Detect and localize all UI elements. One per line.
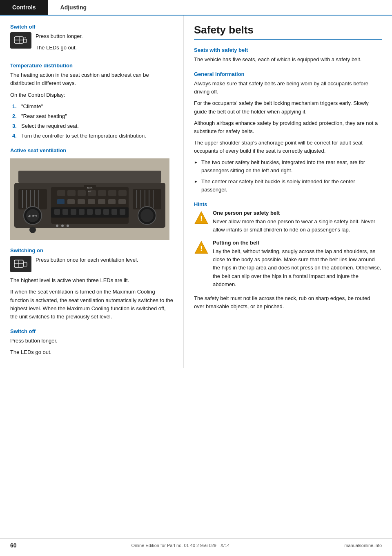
- temp-dist-body2: On the Control Display:: [10, 91, 173, 99]
- svg-rect-51: [95, 209, 101, 215]
- list-item: 3.Select the required seat.: [12, 122, 173, 130]
- svg-rect-8: [18, 171, 161, 183]
- switch-off-line2: The LEDs go out.: [36, 44, 173, 52]
- warning-icon: !: [194, 211, 209, 225]
- switch-off-text: Press button longer. The LEDs go out.: [36, 32, 173, 55]
- bullet-item: ► The center rear safety belt buckle is …: [194, 178, 382, 194]
- svg-rect-32: [108, 190, 116, 196]
- svg-rect-29: [78, 190, 86, 196]
- switching-on-heading: Switching on: [10, 247, 173, 254]
- bullet-item: ► The two outer safety belt buckles, int…: [194, 158, 382, 175]
- warning-icon-2: !: [194, 240, 209, 255]
- bullet2-text: The center rear safety belt buckle is so…: [201, 178, 382, 194]
- hint1-box: ! One person per safety belt Never allow…: [194, 210, 382, 234]
- switch-off2-line2: The LEDs go out.: [10, 348, 173, 356]
- logo-text: manualsonline.info: [344, 543, 382, 548]
- general-info-heading: General information: [194, 71, 382, 77]
- switching-on-line1: Press button once for each ventilation l…: [36, 256, 173, 264]
- hints-heading: Hints: [194, 201, 382, 207]
- temp-dist-body1: The heating action in the seat cushion a…: [10, 71, 173, 87]
- svg-rect-41: [98, 199, 105, 204]
- active-vent-heading: Active seat ventilation: [10, 147, 173, 153]
- right-column: Safety belts Seats with safety belt The …: [184, 16, 392, 368]
- general-info-body2: For the occupants' safety the belt locki…: [194, 99, 382, 116]
- svg-text:AUTO: AUTO: [28, 214, 37, 218]
- page-number: 60: [10, 542, 17, 549]
- svg-rect-46: [54, 209, 60, 215]
- ventilation-icon: [10, 32, 31, 49]
- svg-rect-38: [67, 199, 75, 204]
- list-item: 4.Turn the controller to set the tempera…: [12, 132, 173, 140]
- hint1-body: Never allow more than one person to wear…: [213, 218, 382, 234]
- general-info-body3: Although airbags enhance safety by provi…: [194, 119, 382, 136]
- svg-text:!: !: [200, 245, 203, 253]
- switching-on-body2: If when the seat ventilation is turned o…: [10, 288, 173, 321]
- switch-off-row: Press button longer. The LEDs go out.: [10, 32, 173, 55]
- svg-rect-52: [103, 209, 109, 215]
- svg-rect-31: [98, 190, 106, 196]
- switching-on-text: Press button once for each ventilation l…: [36, 256, 173, 267]
- tab-controls[interactable]: Controls: [0, 0, 48, 15]
- list-item: 2."Rear seat heating": [12, 112, 173, 120]
- temp-dist-heading: Temperature distribution: [10, 62, 173, 69]
- footer-text: Online Edition for Part no. 01 40 2 956 …: [131, 543, 229, 548]
- top-navigation: Controls Adjusting: [0, 0, 392, 16]
- svg-rect-48: [71, 209, 76, 215]
- seats-belt-body: The vehicle has five seats, each of whic…: [194, 56, 382, 64]
- list-item: 1."Climate": [12, 102, 173, 111]
- hint3-body: The safety belt must not lie across the …: [194, 294, 382, 311]
- svg-point-56: [56, 225, 58, 227]
- general-info-body4: The upper shoulder strap's anchorage poi…: [194, 139, 382, 155]
- svg-text:!: !: [200, 215, 203, 223]
- svg-point-55: [29, 227, 36, 233]
- svg-rect-53: [111, 209, 117, 215]
- switching-on-icon-box: [10, 256, 31, 272]
- svg-rect-33: [118, 190, 127, 196]
- page-footer: 60 Online Edition for Part no. 01 40 2 9…: [0, 538, 392, 549]
- svg-text:MAX: MAX: [87, 187, 92, 189]
- svg-rect-43: [118, 199, 126, 204]
- left-column: Switch off Press button longer.: [0, 16, 184, 368]
- switch-off2-line1: Press button longer.: [10, 337, 173, 345]
- triangle-icon: ►: [194, 159, 201, 166]
- svg-text:A/C: A/C: [88, 190, 92, 193]
- svg-point-57: [61, 225, 64, 227]
- ventilation-on-icon: [10, 256, 31, 272]
- seats-belt-heading: Seats with safety belt: [194, 47, 382, 53]
- switching-on-body1: The highest level is active when three L…: [10, 276, 173, 285]
- bullet1-text: The two outer safety belt buckles, integ…: [201, 158, 382, 175]
- svg-rect-28: [67, 190, 76, 196]
- svg-point-58: [67, 225, 69, 227]
- triangle-icon: ►: [194, 178, 201, 185]
- hint2-body: Lay the belt, without twisting, snugly a…: [213, 247, 382, 289]
- bullet-list: ► The two outer safety belt buckles, int…: [194, 158, 382, 194]
- hint1-title: One person per safety belt: [213, 210, 382, 216]
- switch-off-icon-box: [10, 32, 31, 49]
- svg-rect-3: [23, 39, 27, 42]
- hint2-content: Putting on the belt Lay the belt, withou…: [213, 240, 382, 289]
- tab-adjusting[interactable]: Adjusting: [48, 0, 99, 15]
- svg-rect-27: [57, 190, 65, 196]
- hint1-content: One person per safety belt Never allow m…: [213, 210, 382, 234]
- svg-rect-62: [23, 262, 27, 266]
- svg-rect-54: [120, 209, 125, 215]
- switching-on-row: Press button once for each ventilation l…: [10, 256, 173, 272]
- hint2-box: ! Putting on the belt Lay the belt, with…: [194, 240, 382, 289]
- general-info-body1: Always make sure that safety belts are b…: [194, 80, 382, 96]
- svg-rect-50: [87, 209, 93, 215]
- hint2-title: Putting on the belt: [213, 240, 382, 246]
- temp-dist-list: 1."Climate" 2."Rear seat heating" 3.Sele…: [12, 102, 173, 140]
- svg-rect-40: [88, 199, 95, 204]
- svg-rect-42: [108, 199, 116, 204]
- svg-rect-39: [78, 199, 85, 204]
- svg-rect-49: [79, 209, 85, 215]
- switch-off2-heading: Switch off: [10, 328, 173, 334]
- svg-rect-44: [57, 199, 65, 204]
- content-area: Switch off Press button longer.: [0, 16, 392, 368]
- dashboard-image: AUTO MAX A/C: [10, 158, 169, 240]
- switch-off-line1: Press button longer.: [36, 32, 173, 40]
- switch-off-heading: Switch off: [10, 24, 173, 30]
- safety-belts-heading: Safety belts: [194, 24, 382, 40]
- svg-rect-47: [62, 209, 68, 215]
- svg-point-26: [140, 209, 154, 222]
